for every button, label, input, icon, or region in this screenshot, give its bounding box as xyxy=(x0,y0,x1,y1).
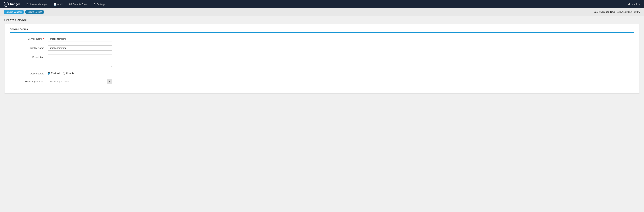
select-tag-service-label: Select Tag Service xyxy=(15,79,48,83)
active-status-group: Active Status Enabled Disabled xyxy=(10,71,634,75)
settings-icon: ⚙ xyxy=(94,3,96,5)
brand-name: Ranger xyxy=(10,2,20,6)
last-response-time: Last Response Time : 06/17/2022 05:17:39… xyxy=(594,11,640,13)
nav-access-manager-label: Access Manager xyxy=(30,3,47,5)
svg-point-2 xyxy=(629,3,630,4)
user-name: admin xyxy=(632,3,638,5)
description-group: Description xyxy=(10,55,634,67)
breadcrumb-create-service-label: Create Service xyxy=(28,11,42,13)
navbar: R Ranger 🛡 Access Manager 📄 Audit ⬡ Secu… xyxy=(0,0,644,8)
nav-security-zone[interactable]: ⬡ Security Zone xyxy=(67,0,90,8)
security-zone-icon: ⬡ xyxy=(69,3,72,6)
breadcrumb-service-manager[interactable]: Service Manager xyxy=(4,10,24,14)
enabled-radio-label[interactable]: Enabled xyxy=(48,72,60,75)
display-name-group: Display Name xyxy=(10,45,634,51)
user-dropdown-icon: ▾ xyxy=(639,3,640,5)
service-name-group: Service Name * xyxy=(10,36,634,41)
page-title: Create Service xyxy=(4,18,640,22)
description-label: Description xyxy=(15,55,48,58)
display-name-label: Display Name xyxy=(15,45,48,49)
svg-text:⬡: ⬡ xyxy=(70,3,71,5)
nav-settings-label: Settings xyxy=(97,3,105,5)
service-details-card: Service Details : Service Name * Display… xyxy=(4,24,640,94)
nav-audit[interactable]: 📄 Audit xyxy=(51,0,65,8)
audit-icon: 📄 xyxy=(53,3,56,5)
select-tag-service-wrapper: Select Tag Service ▾ xyxy=(48,79,112,84)
svg-text:R: R xyxy=(6,3,6,5)
ranger-logo-icon: R xyxy=(4,1,8,7)
disabled-radio-label[interactable]: Disabled xyxy=(63,72,76,75)
breadcrumb-create-service[interactable]: Create Service xyxy=(24,10,44,14)
section-title: Service Details : xyxy=(10,28,634,33)
active-status-label: Active Status xyxy=(15,71,48,75)
page-header: Create Service xyxy=(0,16,644,24)
breadcrumb: Service Manager Create Service xyxy=(4,10,44,14)
disabled-radio-text: Disabled xyxy=(66,72,76,75)
active-status-radio-group: Enabled Disabled xyxy=(48,71,75,75)
select-tag-service-input[interactable]: Select Tag Service xyxy=(48,79,112,84)
enabled-radio-text: Enabled xyxy=(51,72,60,75)
breadcrumb-service-manager-label: Service Manager xyxy=(6,11,22,13)
last-response-value: 06/17/2022 05:17:39 PM xyxy=(617,11,640,13)
description-input[interactable] xyxy=(48,55,112,67)
service-name-required: * xyxy=(43,37,44,40)
nav-settings[interactable]: ⚙ Settings xyxy=(91,0,108,8)
brand-logo[interactable]: R Ranger xyxy=(4,1,20,7)
last-response-label: Last Response Time : xyxy=(594,11,616,13)
user-menu[interactable]: admin ▾ xyxy=(628,2,640,6)
enabled-radio[interactable] xyxy=(48,72,50,75)
nav-security-zone-label: Security Zone xyxy=(72,3,87,5)
nav-access-manager[interactable]: 🛡 Access Manager xyxy=(24,0,50,8)
service-name-label: Service Name * xyxy=(15,36,48,40)
breadcrumb-bar: Service Manager Create Service Last Resp… xyxy=(0,8,644,16)
display-name-input[interactable] xyxy=(48,45,112,51)
user-avatar-icon xyxy=(628,2,631,6)
select-tag-service-group: Select Tag Service Select Tag Service ▾ xyxy=(10,79,634,84)
shield-icon: 🛡 xyxy=(26,3,28,5)
service-name-input[interactable] xyxy=(48,36,112,41)
disabled-radio[interactable] xyxy=(63,72,66,75)
main-content: Service Details : Service Name * Display… xyxy=(0,24,644,98)
nav-audit-label: Audit xyxy=(57,3,63,5)
